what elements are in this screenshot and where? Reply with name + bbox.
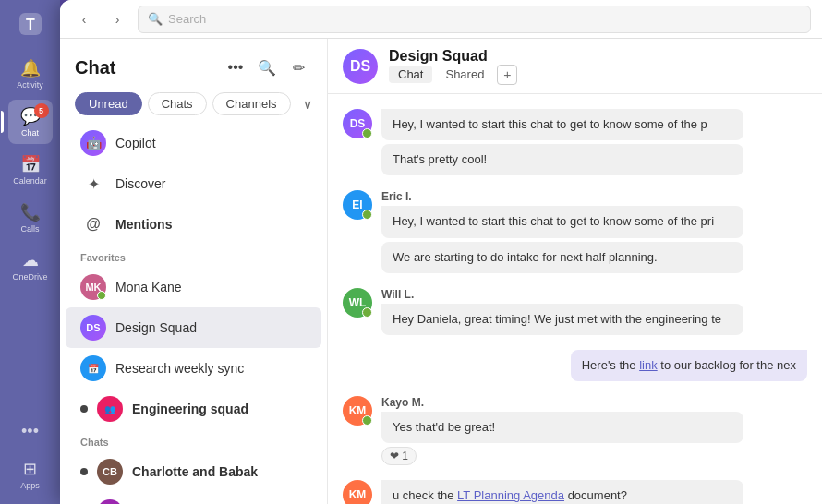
msg-content: Will L. Hey Daniela, great timing! We ju… [381,288,807,335]
message-group: KM u check the LT Planning Agenda docume… [343,480,807,504]
sidebar: Chat ••• 🔍 ✏ Unread Chats Channels ∨ 🤖 C… [60,39,328,504]
design-squad-label: Design Squad [115,320,197,335]
sidebar-item-design-squad[interactable]: DS Design Squad [66,307,321,348]
search-placeholder: Search [168,12,206,26]
sidebar-actions: ••• 🔍 ✏ [222,54,312,81]
sidebar-items: 🤖 Copilot ✦ Discover @ Mentions Favorite… [60,123,327,504]
rail-item-activity[interactable]: 🔔 Activity [8,52,53,96]
mentions-icon: @ [80,211,106,237]
message-group: KM Kayo M. Yes that'd be great! ❤ 1 [343,396,807,465]
filter-tabs: Unread Chats Channels ∨ [60,89,327,123]
chat-header-info: Design Squad Chat Shared + [389,48,517,85]
engineering-unread-dot [80,405,88,413]
more-options-button[interactable]: ••• [222,54,249,81]
copilot-icon: 🤖 [80,130,106,156]
design-squad-avatar: DS [80,315,106,341]
msg-bubble: Hey, I wanted to start this chat to get … [381,206,743,237]
tab-unread[interactable]: Unread [75,92,142,115]
sidebar-item-unicorn[interactable]: UI Unicorn invoice [66,492,321,504]
rail-item-calls[interactable]: 📞 Calls [8,196,53,240]
msg-content: Here's the link to our backlog for the n… [343,350,807,381]
msg-sender: Kayo M. [381,396,807,409]
message-group: DS Hey, I wanted to start this chat to g… [343,109,807,175]
msg-bubble-sent: Here's the link to our backlog for the n… [571,350,807,381]
sidebar-header: Chat ••• 🔍 ✏ [60,39,327,89]
mona-label: Mona Kane [115,280,182,294]
top-bar: ‹ › 🔍 Search [60,0,822,39]
charlotte-label: Charlotte and Babak [132,464,258,479]
research-avatar: 📅 [80,355,106,381]
message-group-sent: Here's the link to our backlog for the n… [343,350,807,381]
msg-bubble: Yes that'd be great! [381,412,743,443]
messages-area: DS Hey, I wanted to start this chat to g… [328,94,822,504]
rail-label-apps: Apps [20,481,40,490]
msg-content: Eric I. Hey, I wanted to start this chat… [381,190,807,272]
activity-icon: 🔔 [20,58,41,78]
rail-item-onedrive[interactable]: ☁ OneDrive [8,244,53,288]
rail-item-calendar[interactable]: 📅 Calendar [8,148,53,192]
research-label: Research weekly sync [115,361,244,376]
onedrive-icon: ☁ [22,250,39,270]
chat-header: DS Design Squad Chat Shared + [328,39,822,94]
chat-badge: 5 [34,103,49,118]
add-tab-button[interactable]: + [497,65,517,85]
rail-item-chat[interactable]: 💬 Chat 5 [8,100,53,144]
chats-section-label: Chats [60,429,327,451]
message-group: WL Will L. Hey Daniela, great timing! We… [343,288,807,335]
rail-item-apps[interactable]: ⊞ Apps [8,452,53,497]
copilot-label: Copilot [115,136,156,150]
charlotte-unread-dot [80,468,88,475]
tab-chats[interactable]: Chats [148,92,207,115]
sidebar-item-mentions[interactable]: @ Mentions [66,204,321,245]
msg-avatar: WL [343,288,372,318]
apps-icon: ⊞ [23,459,37,479]
search-bar[interactable]: 🔍 Search [138,6,811,33]
mentions-label: Mentions [115,217,172,232]
sidebar-title: Chat [75,57,115,78]
rail-label-onedrive: OneDrive [12,272,47,282]
msg-content: Hey, I wanted to start this chat to get … [381,109,807,175]
rail-label-chat: Chat [21,128,39,138]
msg-bubble: Hey Daniela, great timing! We just met w… [381,304,743,335]
sidebar-item-copilot[interactable]: 🤖 Copilot [66,123,321,163]
charlotte-avatar: CB [97,459,123,485]
favorites-section-label: Favorites [60,245,327,267]
search-button[interactable]: 🔍 [253,54,281,81]
msg-avatar: KM [343,396,372,426]
mona-avatar: MK [80,274,106,300]
chat-tabs: Chat Shared + [389,65,517,85]
sidebar-item-engineering[interactable]: 👥 Engineering squad [66,389,321,429]
chat-header-avatar: DS [343,49,378,84]
msg-sender: Will L. [381,288,807,301]
backlog-link[interactable]: link [639,358,658,372]
tab-chat[interactable]: Chat [389,66,432,83]
chat-avatar-initials: DS [350,58,370,75]
msg-bubble: Hey, I wanted to start this chat to get … [381,109,743,140]
rail-label-activity: Activity [17,80,43,90]
engineering-avatar: 👥 [97,396,123,422]
calendar-icon: 📅 [20,154,41,174]
chat-area: DS Design Squad Chat Shared + DS [328,39,822,504]
msg-avatar: DS [343,109,372,138]
teams-logo: T [14,7,47,41]
discover-icon: ✦ [80,171,106,197]
main-content: Chat ••• 🔍 ✏ Unread Chats Channels ∨ 🤖 C… [60,39,822,504]
search-icon: 🔍 [148,12,163,26]
sidebar-item-mona[interactable]: MK Mona Kane [66,267,321,307]
engineering-label: Engineering squad [132,402,248,416]
chat-name: Design Squad [389,48,517,65]
discover-label: Discover [115,176,165,191]
sidebar-item-charlotte[interactable]: CB Charlotte and Babak [66,451,321,492]
tab-shared[interactable]: Shared [436,66,493,83]
sidebar-item-discover[interactable]: ✦ Discover [66,163,321,204]
tab-channels[interactable]: Channels [212,92,291,115]
sidebar-item-research[interactable]: 📅 Research weekly sync [66,348,321,389]
collapse-icon[interactable]: ∨ [303,97,312,112]
compose-button[interactable]: ✏ [284,54,312,81]
forward-button[interactable]: › [104,6,130,32]
planning-link[interactable]: LT Planning Agenda [457,488,564,502]
rail-more-button[interactable]: ••• [14,414,46,449]
msg-sender: Eric I. [381,190,807,203]
main-window: ‹ › 🔍 Search Chat ••• 🔍 ✏ Unread Chats C… [60,0,822,504]
back-button[interactable]: ‹ [71,6,97,32]
